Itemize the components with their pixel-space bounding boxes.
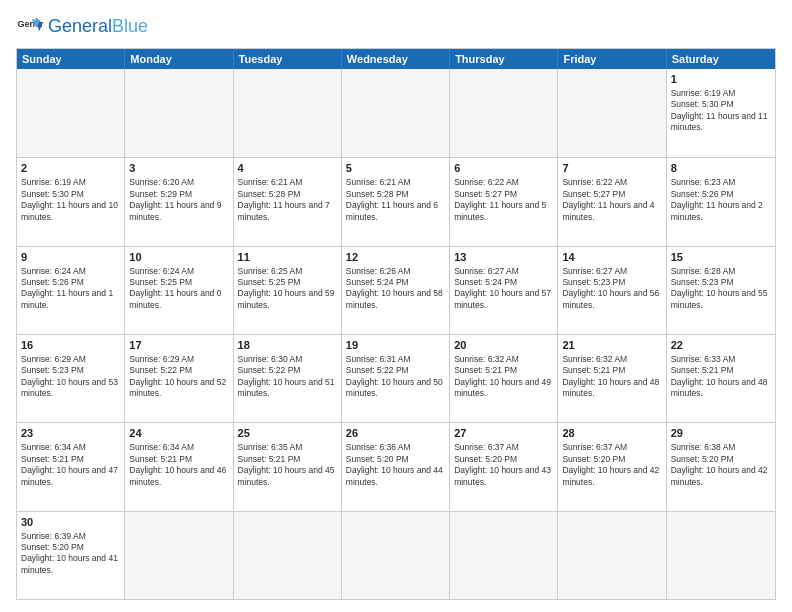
cell-info: Sunrise: 6:36 AMSunset: 5:20 PMDaylight:… — [346, 442, 443, 486]
day-number: 3 — [129, 161, 228, 176]
cell-info: Sunrise: 6:26 AMSunset: 5:24 PMDaylight:… — [346, 266, 443, 310]
day-number: 4 — [238, 161, 337, 176]
calendar-cell — [125, 512, 233, 599]
calendar-cell: 8Sunrise: 6:23 AMSunset: 5:26 PMDaylight… — [667, 158, 775, 245]
day-number: 1 — [671, 72, 771, 87]
calendar-cell: 11Sunrise: 6:25 AMSunset: 5:25 PMDayligh… — [234, 247, 342, 334]
calendar-week-4: 16Sunrise: 6:29 AMSunset: 5:23 PMDayligh… — [17, 334, 775, 422]
cell-info: Sunrise: 6:23 AMSunset: 5:26 PMDaylight:… — [671, 177, 763, 221]
day-number: 6 — [454, 161, 553, 176]
day-number: 21 — [562, 338, 661, 353]
cell-info: Sunrise: 6:19 AMSunset: 5:30 PMDaylight:… — [21, 177, 118, 221]
cell-info: Sunrise: 6:29 AMSunset: 5:23 PMDaylight:… — [21, 354, 118, 398]
cell-info: Sunrise: 6:22 AMSunset: 5:27 PMDaylight:… — [454, 177, 546, 221]
cell-info: Sunrise: 6:27 AMSunset: 5:23 PMDaylight:… — [562, 266, 659, 310]
calendar-cell: 28Sunrise: 6:37 AMSunset: 5:20 PMDayligh… — [558, 423, 666, 510]
cell-info: Sunrise: 6:31 AMSunset: 5:22 PMDaylight:… — [346, 354, 443, 398]
calendar-cell — [125, 69, 233, 157]
day-number: 26 — [346, 426, 445, 441]
day-number: 5 — [346, 161, 445, 176]
day-number: 9 — [21, 250, 120, 265]
calendar-body: 1Sunrise: 6:19 AMSunset: 5:30 PMDaylight… — [17, 69, 775, 599]
day-number: 28 — [562, 426, 661, 441]
calendar-cell: 18Sunrise: 6:30 AMSunset: 5:22 PMDayligh… — [234, 335, 342, 422]
calendar-cell: 2Sunrise: 6:19 AMSunset: 5:30 PMDaylight… — [17, 158, 125, 245]
calendar-cell — [234, 69, 342, 157]
cell-info: Sunrise: 6:22 AMSunset: 5:27 PMDaylight:… — [562, 177, 654, 221]
header: General GeneralBlue — [16, 12, 776, 40]
cell-info: Sunrise: 6:35 AMSunset: 5:21 PMDaylight:… — [238, 442, 335, 486]
logo: General GeneralBlue — [16, 12, 148, 40]
day-number: 13 — [454, 250, 553, 265]
calendar-cell — [342, 69, 450, 157]
cell-info: Sunrise: 6:32 AMSunset: 5:21 PMDaylight:… — [562, 354, 659, 398]
day-number: 8 — [671, 161, 771, 176]
calendar-cell: 12Sunrise: 6:26 AMSunset: 5:24 PMDayligh… — [342, 247, 450, 334]
day-header-sunday: Sunday — [17, 49, 125, 69]
calendar-cell: 6Sunrise: 6:22 AMSunset: 5:27 PMDaylight… — [450, 158, 558, 245]
day-number: 27 — [454, 426, 553, 441]
calendar-cell: 22Sunrise: 6:33 AMSunset: 5:21 PMDayligh… — [667, 335, 775, 422]
cell-info: Sunrise: 6:29 AMSunset: 5:22 PMDaylight:… — [129, 354, 226, 398]
day-header-thursday: Thursday — [450, 49, 558, 69]
cell-info: Sunrise: 6:33 AMSunset: 5:21 PMDaylight:… — [671, 354, 768, 398]
day-number: 30 — [21, 515, 120, 530]
day-header-friday: Friday — [558, 49, 666, 69]
calendar-cell: 14Sunrise: 6:27 AMSunset: 5:23 PMDayligh… — [558, 247, 666, 334]
cell-info: Sunrise: 6:38 AMSunset: 5:20 PMDaylight:… — [671, 442, 768, 486]
calendar-cell: 16Sunrise: 6:29 AMSunset: 5:23 PMDayligh… — [17, 335, 125, 422]
day-number: 10 — [129, 250, 228, 265]
day-number: 16 — [21, 338, 120, 353]
calendar-week-2: 2Sunrise: 6:19 AMSunset: 5:30 PMDaylight… — [17, 157, 775, 245]
calendar-cell — [342, 512, 450, 599]
calendar-week-1: 1Sunrise: 6:19 AMSunset: 5:30 PMDaylight… — [17, 69, 775, 157]
calendar-week-6: 30Sunrise: 6:39 AMSunset: 5:20 PMDayligh… — [17, 511, 775, 599]
cell-info: Sunrise: 6:34 AMSunset: 5:21 PMDaylight:… — [129, 442, 226, 486]
cell-info: Sunrise: 6:39 AMSunset: 5:20 PMDaylight:… — [21, 531, 118, 575]
calendar-cell: 13Sunrise: 6:27 AMSunset: 5:24 PMDayligh… — [450, 247, 558, 334]
calendar-cell: 29Sunrise: 6:38 AMSunset: 5:20 PMDayligh… — [667, 423, 775, 510]
cell-info: Sunrise: 6:34 AMSunset: 5:21 PMDaylight:… — [21, 442, 118, 486]
cell-info: Sunrise: 6:30 AMSunset: 5:22 PMDaylight:… — [238, 354, 335, 398]
calendar-cell: 19Sunrise: 6:31 AMSunset: 5:22 PMDayligh… — [342, 335, 450, 422]
cell-info: Sunrise: 6:32 AMSunset: 5:21 PMDaylight:… — [454, 354, 551, 398]
page: General GeneralBlue SundayMondayTuesdayW… — [0, 0, 792, 612]
day-number: 11 — [238, 250, 337, 265]
cell-info: Sunrise: 6:37 AMSunset: 5:20 PMDaylight:… — [454, 442, 551, 486]
day-number: 12 — [346, 250, 445, 265]
general-blue-logo-icon: General — [16, 12, 44, 40]
calendar-cell: 25Sunrise: 6:35 AMSunset: 5:21 PMDayligh… — [234, 423, 342, 510]
calendar-cell — [17, 69, 125, 157]
calendar-cell: 4Sunrise: 6:21 AMSunset: 5:28 PMDaylight… — [234, 158, 342, 245]
day-number: 2 — [21, 161, 120, 176]
calendar-cell: 15Sunrise: 6:28 AMSunset: 5:23 PMDayligh… — [667, 247, 775, 334]
day-header-monday: Monday — [125, 49, 233, 69]
cell-info: Sunrise: 6:28 AMSunset: 5:23 PMDaylight:… — [671, 266, 768, 310]
day-number: 20 — [454, 338, 553, 353]
day-number: 23 — [21, 426, 120, 441]
calendar-cell: 1Sunrise: 6:19 AMSunset: 5:30 PMDaylight… — [667, 69, 775, 157]
cell-info: Sunrise: 6:37 AMSunset: 5:20 PMDaylight:… — [562, 442, 659, 486]
day-number: 14 — [562, 250, 661, 265]
cell-info: Sunrise: 6:24 AMSunset: 5:26 PMDaylight:… — [21, 266, 113, 310]
day-number: 29 — [671, 426, 771, 441]
calendar: SundayMondayTuesdayWednesdayThursdayFrid… — [16, 48, 776, 600]
cell-info: Sunrise: 6:21 AMSunset: 5:28 PMDaylight:… — [238, 177, 330, 221]
day-number: 22 — [671, 338, 771, 353]
calendar-week-5: 23Sunrise: 6:34 AMSunset: 5:21 PMDayligh… — [17, 422, 775, 510]
day-number: 15 — [671, 250, 771, 265]
calendar-cell — [667, 512, 775, 599]
day-header-wednesday: Wednesday — [342, 49, 450, 69]
day-number: 18 — [238, 338, 337, 353]
cell-info: Sunrise: 6:27 AMSunset: 5:24 PMDaylight:… — [454, 266, 551, 310]
calendar-cell: 26Sunrise: 6:36 AMSunset: 5:20 PMDayligh… — [342, 423, 450, 510]
day-number: 7 — [562, 161, 661, 176]
calendar-cell: 24Sunrise: 6:34 AMSunset: 5:21 PMDayligh… — [125, 423, 233, 510]
calendar-cell: 10Sunrise: 6:24 AMSunset: 5:25 PMDayligh… — [125, 247, 233, 334]
calendar-cell — [450, 69, 558, 157]
cell-info: Sunrise: 6:19 AMSunset: 5:30 PMDaylight:… — [671, 88, 768, 132]
day-header-tuesday: Tuesday — [234, 49, 342, 69]
day-header-saturday: Saturday — [667, 49, 775, 69]
calendar-cell: 7Sunrise: 6:22 AMSunset: 5:27 PMDaylight… — [558, 158, 666, 245]
calendar-cell: 5Sunrise: 6:21 AMSunset: 5:28 PMDaylight… — [342, 158, 450, 245]
